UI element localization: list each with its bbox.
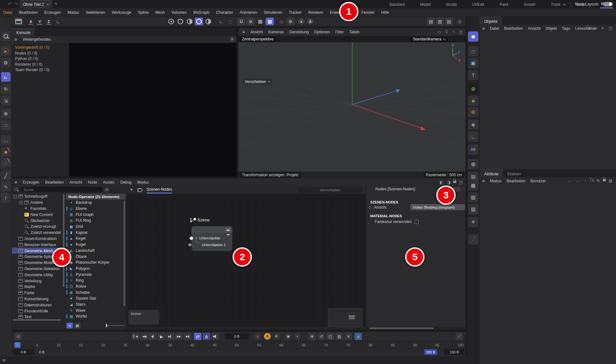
mode-workplane-button[interactable] (195, 18, 203, 25)
view-label[interactable]: Zentralperspektive (240, 37, 276, 42)
layout-tab[interactable]: Paint (499, 1, 509, 8)
render-view-button[interactable]: ◎ (277, 18, 286, 25)
console-menu[interactable]: Weitergehendes (23, 37, 51, 42)
objects-menu-item[interactable]: Objekt (546, 26, 557, 31)
tree-item[interactable]: Benutzer-Interface (12, 242, 65, 248)
close-icon[interactable]: × (230, 37, 235, 42)
add-layout-button[interactable]: + (563, 2, 566, 7)
node-editor-menu-item[interactable]: Debug (120, 180, 132, 185)
asset-panel-icon[interactable]: ♣ (468, 95, 478, 106)
mode-object-button[interactable] (167, 18, 175, 25)
console-output[interactable] (69, 43, 236, 177)
modeling-settings-button[interactable] (14, 18, 23, 25)
material-ring-button[interactable]: ◎ (456, 18, 464, 25)
play-button[interactable]: ▶ (158, 333, 166, 340)
selection-move-tool[interactable]: ⊕ (1, 109, 11, 118)
home-icon[interactable]: ⌂ (592, 25, 597, 31)
tree-item[interactable]: + Andere (12, 200, 65, 206)
layout-tab[interactable]: UVEdit (472, 1, 485, 8)
maximize-icon[interactable]: ◳ (458, 29, 464, 35)
layout-tab[interactable]: Standard (389, 1, 406, 8)
filter-icon[interactable]: ≡ (600, 25, 605, 31)
range-end-field[interactable]: 100 B (444, 349, 465, 355)
properties-scrollbar[interactable] (369, 327, 433, 329)
menu-item[interactable]: Modus (67, 10, 79, 15)
tree-item[interactable]: Zuletzt erzeugt (12, 224, 65, 230)
diamond-icon[interactable]: ◇ (368, 205, 371, 210)
tree-item[interactable]: Favoriten (12, 206, 65, 212)
graph-minimap[interactable] (328, 308, 362, 327)
menu-item[interactable]: Fenster (362, 10, 375, 15)
measure-tool[interactable]: / (1, 193, 11, 203)
viewport-menu-item[interactable]: Optionen (314, 30, 330, 34)
rotate-tool[interactable]: ↻ (1, 84, 11, 94)
operator-item[interactable]: ▦ Grid (66, 224, 126, 230)
operator-item[interactable]: ◬ Pyramide (66, 271, 126, 277)
add-graph-button[interactable]: + (130, 187, 133, 193)
range-end-marker[interactable]: 100 B (424, 349, 437, 355)
hamburger-icon[interactable]: ≡ (242, 29, 245, 35)
tweak-tool[interactable]: ⚙ (1, 58, 11, 67)
search-icon[interactable] (586, 25, 589, 29)
keyframe-diamond-button[interactable]: ◇ (14, 333, 22, 340)
mode-texture-button[interactable] (185, 18, 194, 25)
attributes-menu-item[interactable]: Modus (490, 179, 501, 183)
camera-swap-icon[interactable]: ⇆ (443, 37, 446, 41)
menu-item[interactable]: Animieren (240, 10, 257, 15)
back-icon[interactable]: ← (567, 178, 573, 184)
drag-handle[interactable]: ●●●●●●●●●●●● (1, 19, 3, 24)
text-panel-icon[interactable]: T (468, 70, 478, 80)
operator-item[interactable]: ∿ Wave (66, 307, 126, 313)
mode-model-button[interactable] (176, 18, 184, 25)
clone-move-tool[interactable]: ∷ (1, 120, 11, 130)
operator-item[interactable]: ◖ Backdrop (66, 200, 126, 206)
menu-item[interactable]: Simulieren (264, 10, 282, 15)
axis-y-button[interactable]: Y (36, 18, 44, 25)
fcurve-ramp-button[interactable]: ⟋ (456, 333, 463, 340)
objects-menu-item[interactable]: Bearbeiten (504, 26, 523, 31)
goto-start-button[interactable]: ▎◀ (132, 333, 140, 340)
tree-item[interactable]: Farbe (12, 290, 65, 296)
snap-magnet-icon[interactable]: ∪ (355, 333, 362, 340)
snap-magnet-button[interactable]: Ü (237, 18, 245, 25)
objects-menu-item[interactable]: Datei (490, 26, 499, 31)
axis-z-button[interactable]: Z (45, 18, 53, 25)
render-queue-button[interactable]: ▥ (436, 18, 444, 25)
picture-viewer-button[interactable]: ▤ (427, 18, 435, 25)
operator-item[interactable]: ◢ Stairs (66, 302, 126, 308)
viewport-canvas[interactable]: Y Z X Verschieben + (238, 42, 466, 171)
objects-menu-item[interactable]: Tags (562, 26, 570, 31)
list-scrollbar[interactable] (124, 201, 125, 306)
attributes-tab[interactable]: Ebenen (503, 170, 525, 177)
tree-item[interactable]: Stichwörter (12, 218, 65, 224)
grid-view-button[interactable]: ▦ (74, 323, 81, 328)
menu-item[interactable]: Rendern (308, 10, 323, 15)
menu-item[interactable]: Tracker (289, 10, 302, 15)
snap-settings-button[interactable]: ⚙ (246, 18, 255, 25)
goto-end-button[interactable]: ▶▮ (184, 333, 192, 340)
objects-tab[interactable]: Objekte (480, 17, 502, 25)
console-source-item[interactable]: Nodes (0 / 0) (12, 51, 69, 56)
tree-item[interactable]: Geometrie-Selektion (12, 266, 65, 272)
key-settings-button[interactable]: ⚙ (273, 333, 280, 340)
list-view-button[interactable]: ≡ (66, 323, 73, 328)
tree-item[interactable]: Flusskontrolle (12, 308, 65, 314)
key-position-icon[interactable]: ⊕ (308, 333, 316, 340)
history-icon[interactable]: ◔ (451, 29, 457, 35)
document-tab[interactable]: Ohne Titel 2 × (20, 0, 52, 8)
operator-item[interactable]: ○ Ring (66, 277, 126, 284)
console-source-item[interactable]: Python (0 / 0) (12, 56, 69, 62)
operator-item[interactable]: ▥ FUI Graph (66, 211, 126, 218)
node-editor-menu-item[interactable]: Bearbeiten (45, 180, 64, 185)
hamburger-icon[interactable]: ≡ (482, 178, 485, 184)
undock-icon[interactable]: ◳ (458, 179, 464, 185)
port-circle-icon[interactable] (190, 236, 193, 240)
node-editor-menu-item[interactable]: Node (88, 180, 97, 185)
node-editor-menu-item[interactable]: Ansicht (70, 180, 82, 185)
operator-item[interactable]: ◫ Röhre (66, 284, 126, 290)
attributes-menu-item[interactable]: Benutzer (530, 179, 546, 183)
workplane-button[interactable]: ∟ (217, 18, 225, 25)
key-all-button[interactable]: ◉ (285, 333, 292, 340)
camera-label[interactable]: Standardkamera ⇆ (411, 37, 448, 42)
tree-item[interactable]: Datenstrukturen (12, 302, 65, 308)
